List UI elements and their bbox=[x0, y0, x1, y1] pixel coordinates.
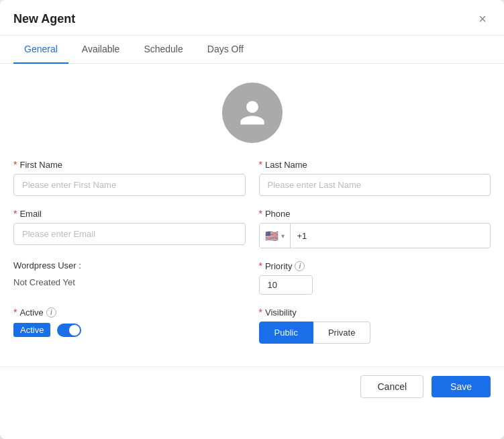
email-required: * bbox=[13, 208, 17, 219]
wordpress-value: Not Created Yet bbox=[13, 275, 246, 290]
person-icon bbox=[238, 98, 267, 128]
active-group: * Active i Active bbox=[13, 307, 246, 344]
phone-input[interactable] bbox=[291, 226, 491, 246]
us-flag-icon: 🇺🇸 bbox=[265, 230, 279, 242]
priority-group: * Priority i bbox=[259, 260, 491, 295]
active-toggle[interactable] bbox=[57, 324, 81, 337]
email-phone-row: * Email * Phone 🇺🇸 ▾ bbox=[13, 208, 491, 248]
wordpress-group: Wordpress User : Not Created Yet bbox=[13, 260, 246, 295]
name-row: * First Name * Last Name bbox=[13, 159, 491, 196]
tab-general[interactable]: General bbox=[13, 36, 68, 64]
avatar[interactable] bbox=[222, 83, 283, 143]
first-name-group: * First Name bbox=[13, 159, 246, 196]
modal-title: New Agent bbox=[13, 12, 75, 26]
phone-input-row: 🇺🇸 ▾ bbox=[259, 223, 491, 248]
last-name-input[interactable] bbox=[259, 174, 491, 196]
phone-label: * Phone bbox=[259, 208, 491, 219]
active-toggle-label: Active bbox=[13, 323, 50, 337]
email-input[interactable] bbox=[13, 223, 246, 245]
toggle-row: Active bbox=[13, 323, 246, 337]
chevron-down-icon: ▾ bbox=[281, 232, 285, 240]
active-required: * bbox=[13, 307, 17, 318]
avatar-container bbox=[13, 83, 491, 143]
tabs-bar: General Available Schedule Days Off bbox=[0, 36, 504, 64]
modal-body: * First Name * Last Name * Email bbox=[0, 64, 504, 367]
priority-label: * Priority i bbox=[259, 260, 491, 271]
wordpress-priority-row: Wordpress User : Not Created Yet * Prior… bbox=[13, 260, 491, 295]
visibility-group: * Visibility Public Private bbox=[259, 307, 491, 344]
priority-input[interactable] bbox=[259, 275, 313, 295]
email-label: * Email bbox=[13, 208, 246, 219]
visibility-private-button[interactable]: Private bbox=[313, 322, 370, 344]
first-name-required: * bbox=[13, 159, 17, 170]
first-name-label: * First Name bbox=[13, 159, 246, 170]
visibility-public-button[interactable]: Public bbox=[259, 322, 313, 344]
cancel-button[interactable]: Cancel bbox=[360, 375, 423, 398]
last-name-group: * Last Name bbox=[259, 159, 491, 196]
priority-required: * bbox=[259, 260, 262, 271]
visibility-label: * Visibility bbox=[259, 307, 491, 318]
first-name-input[interactable] bbox=[13, 174, 246, 196]
visibility-required: * bbox=[259, 307, 262, 318]
tab-days-off[interactable]: Days Off bbox=[197, 36, 254, 64]
priority-info-icon[interactable]: i bbox=[295, 261, 305, 271]
last-name-required: * bbox=[259, 159, 262, 170]
active-visibility-row: * Active i Active * Visibility Public Pr… bbox=[13, 307, 491, 344]
active-label: * Active i bbox=[13, 307, 246, 318]
tab-available[interactable]: Available bbox=[71, 36, 131, 64]
tab-schedule[interactable]: Schedule bbox=[133, 36, 193, 64]
phone-flag-selector[interactable]: 🇺🇸 ▾ bbox=[260, 224, 291, 248]
modal-header: New Agent × bbox=[0, 0, 504, 36]
close-button[interactable]: × bbox=[474, 11, 491, 27]
active-info-icon[interactable]: i bbox=[46, 307, 56, 318]
save-button[interactable]: Save bbox=[432, 376, 491, 397]
visibility-buttons: Public Private bbox=[259, 322, 491, 344]
phone-required: * bbox=[259, 208, 262, 219]
new-agent-modal: New Agent × General Available Schedule D… bbox=[0, 0, 504, 439]
wordpress-label: Wordpress User : bbox=[13, 260, 246, 271]
email-group: * Email bbox=[13, 208, 246, 248]
phone-group: * Phone 🇺🇸 ▾ bbox=[259, 208, 491, 248]
last-name-label: * Last Name bbox=[259, 159, 491, 170]
modal-footer: Cancel Save bbox=[0, 367, 504, 406]
